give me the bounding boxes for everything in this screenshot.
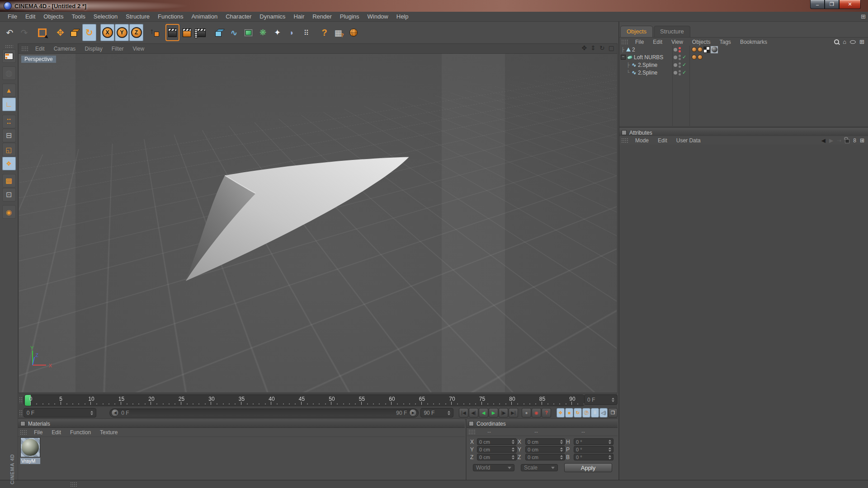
object-axis-mode-button[interactable]: ∟ <box>2 98 16 111</box>
menu-item-tags[interactable]: Tags <box>715 39 736 45</box>
visibility-dots-icon[interactable] <box>679 70 681 75</box>
snap-settings-button[interactable]: ◉ <box>2 205 16 219</box>
render-queue-button[interactable]: ▦? <box>332 24 346 41</box>
menubar-fold-icon[interactable]: ⊞ <box>861 13 866 20</box>
layer-dot-icon[interactable] <box>674 63 677 67</box>
menu-item-filter[interactable]: Filter <box>107 46 128 52</box>
spinner-arrows-icon[interactable] <box>445 411 450 415</box>
lock-z-button[interactable]: Z <box>129 24 143 41</box>
menu-item-mode[interactable]: Mode <box>631 137 653 144</box>
range-start-field[interactable]: 0 F <box>24 408 97 418</box>
close-button[interactable]: ✕ <box>839 0 861 9</box>
scale-y-field[interactable]: 0 cm <box>525 446 565 453</box>
menu-item-dynamics[interactable]: Dynamics <box>255 13 289 20</box>
render-settings-button[interactable] <box>194 24 208 41</box>
record-help-button[interactable]: ? <box>542 408 551 418</box>
add-modeling-object-button[interactable]: ❋ <box>256 24 270 41</box>
menu-item-selection[interactable]: Selection <box>90 13 122 20</box>
icon[interactable] <box>850 40 856 44</box>
enabled-check-icon[interactable]: ✓ <box>682 54 686 60</box>
menu-item-character[interactable]: Character <box>222 13 255 20</box>
menu-item-help[interactable]: Help <box>392 13 413 20</box>
visibility-dots-icon[interactable] <box>679 62 681 68</box>
texture-mode-button[interactable]: ▩ <box>2 174 16 188</box>
rot-h-field[interactable]: 0 ° <box>574 438 613 445</box>
model-mode-button[interactable]: ▲ <box>2 84 16 97</box>
tree-row[interactable]: ├2 <box>619 46 868 53</box>
frame-spinner[interactable]: 0 F <box>584 394 618 405</box>
forward-icon[interactable]: ▶ <box>829 137 833 144</box>
polygons-mode-button[interactable]: ◱ <box>2 143 16 156</box>
menu-item-edit[interactable]: Edit <box>648 39 667 45</box>
lock-x-button[interactable]: X <box>100 24 114 41</box>
texture-axis-mode-button[interactable]: ⊡ <box>2 188 16 202</box>
texture-tag-icon[interactable] <box>703 47 710 53</box>
menu-item-structure[interactable]: Structure <box>122 13 154 20</box>
add-scene-object-button[interactable]: ◗ <box>285 24 299 41</box>
lock-y-button[interactable]: Y <box>115 24 129 41</box>
menu-item-cameras[interactable]: Cameras <box>49 46 80 52</box>
timeline-ruler[interactable]: 051015202530354045505560657075808590 <box>24 394 585 406</box>
restore-button[interactable]: ❐ <box>825 0 839 9</box>
drag-grip[interactable] <box>468 429 475 435</box>
add-panel-icon[interactable]: ⊞ <box>859 38 864 45</box>
goto-end-button[interactable]: ▶| <box>509 408 518 418</box>
next-key-button[interactable]: |▶ <box>499 408 508 418</box>
menu-item-display[interactable]: Display <box>80 46 107 52</box>
menu-item-plugins[interactable]: Plugins <box>336 13 363 20</box>
scale-x-field[interactable]: 0 cm <box>525 438 565 445</box>
apply-button[interactable]: Apply <box>564 463 612 472</box>
position-toggle[interactable]: ✥ <box>557 408 565 418</box>
drag-grip[interactable] <box>621 138 628 143</box>
transform-mode-dropdown[interactable]: Scale <box>521 464 558 471</box>
position-column-header[interactable]: -- <box>480 429 527 435</box>
menu-item-animation[interactable]: Animation <box>187 13 222 20</box>
add-spline-button[interactable]: ∿ <box>227 24 241 41</box>
rot-b-field[interactable]: 0 ° <box>574 454 613 460</box>
back-icon[interactable]: ◀ <box>821 137 826 144</box>
viewport-pan-icon[interactable]: ✥ <box>582 44 587 52</box>
viewport-zoom-icon[interactable]: ⇕ <box>590 44 596 52</box>
drag-grip[interactable] <box>21 46 28 52</box>
material-label[interactable]: VrayM <box>20 458 40 464</box>
rotate-button[interactable]: ↻ <box>82 24 96 41</box>
icon[interactable] <box>834 39 839 44</box>
loft-object[interactable] <box>19 54 617 392</box>
coordinate-system-dropdown[interactable]: World <box>473 464 514 471</box>
material-tag-icon[interactable] <box>711 46 718 53</box>
animation-mode-button[interactable]: ❖ <box>2 157 16 170</box>
expander-icon[interactable]: − <box>621 55 626 60</box>
menu-item-file[interactable]: File <box>29 429 47 436</box>
help-button[interactable]: ? <box>317 24 331 41</box>
online-updater-button[interactable] <box>346 24 360 41</box>
menu-item-bookmarks[interactable]: Bookmarks <box>736 39 772 45</box>
tree-row[interactable]: ├∿2.Spline✓ <box>619 61 868 69</box>
drag-grip[interactable] <box>19 410 23 416</box>
pos-x-field[interactable]: 0 cm <box>477 438 517 445</box>
phong-tag-icon[interactable] <box>698 55 703 60</box>
record-objects-button[interactable]: ● <box>522 408 531 418</box>
icon[interactable] <box>845 139 849 143</box>
drag-grip[interactable] <box>20 430 27 435</box>
drag-grip[interactable] <box>70 482 77 487</box>
parameter-toggle[interactable]: Ⓟ <box>582 408 590 418</box>
object-label[interactable]: 2.Spline <box>638 62 657 68</box>
viewport-3d-area[interactable]: Perspective X Y Z <box>19 54 617 392</box>
visibility-dots-icon[interactable] <box>679 55 681 60</box>
menu-item-file[interactable]: File <box>4 13 21 20</box>
layer-dot-icon[interactable] <box>674 56 677 59</box>
menu-item-objects[interactable]: Objects <box>39 13 67 20</box>
play-backwards-button[interactable]: ◀ <box>479 408 488 418</box>
add-deformer-button[interactable]: ✦ <box>270 24 284 41</box>
pos-y-field[interactable]: 0 cm <box>477 446 517 453</box>
menu-item-file[interactable]: File <box>631 39 648 45</box>
minimize-button[interactable]: – <box>810 0 825 9</box>
range-end-field[interactable]: 90 F <box>420 408 453 418</box>
goto-start-button[interactable]: |◀ <box>459 408 468 418</box>
enabled-check-icon[interactable]: ✓ <box>682 70 686 75</box>
tree-row[interactable]: └∿2.Spline✓ <box>619 69 868 76</box>
render-view-button[interactable] <box>165 24 179 41</box>
tree-row[interactable]: −Loft NURBS✓ <box>619 53 868 61</box>
rotation-column-header[interactable]: -- <box>574 429 618 435</box>
pla-toggle[interactable]: ⠿ <box>591 408 599 418</box>
